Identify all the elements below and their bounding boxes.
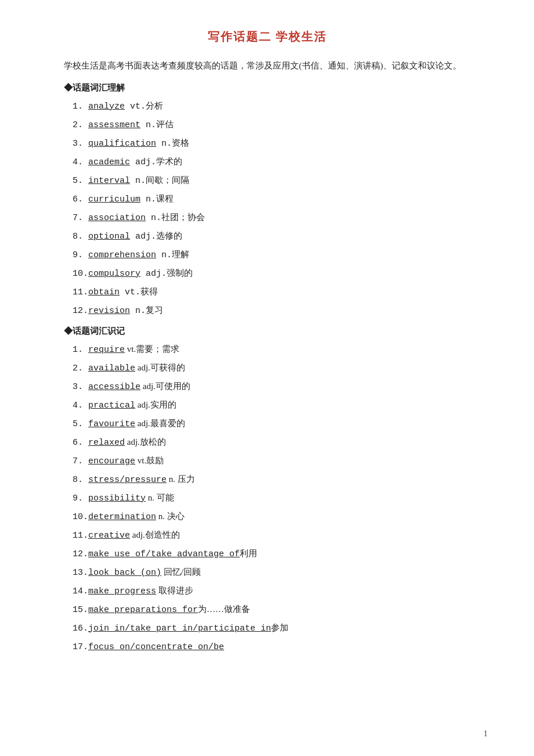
item-rest: 回忆/回顾 [161, 567, 201, 577]
item-rest: adj.创造性的 [130, 530, 180, 539]
item-rest: n. 压力 [167, 474, 195, 484]
list-item: 10.compulsory adj.强制的 [73, 264, 488, 283]
list-item: 8.optional adj.选修的 [73, 227, 488, 246]
item-rest: n. 可能 [146, 493, 174, 502]
list-item: 2.available adj.可获得的 [73, 359, 488, 377]
item-num: 1. [73, 98, 88, 116]
item-num: 4. [73, 397, 88, 415]
item-pos: adj. [130, 232, 156, 242]
item-num: 12. [73, 546, 88, 563]
item-word: focus on/concentrate on/be [88, 642, 224, 652]
item-num: 11. [73, 527, 88, 545]
item-word: relaxed [88, 438, 125, 448]
item-num: 3. [73, 379, 88, 396]
item-pos: adj. [140, 269, 167, 279]
item-word: encourage [88, 456, 135, 466]
item-num: 16. [73, 620, 88, 638]
item-meaning: 间歇；间隔 [146, 175, 189, 185]
item-num: 5. [73, 416, 88, 433]
item-rest: adj.最喜爱的 [135, 419, 185, 428]
item-num: 7. [73, 453, 88, 470]
item-num: 10. [73, 265, 88, 283]
item-word: make progress [88, 586, 156, 596]
list-item: 4.academic adj.学术的 [73, 153, 488, 171]
section2-list: 1.require vt.需要；需求2.available adj.可获得的3.… [73, 340, 488, 656]
item-num: 17. [73, 639, 88, 656]
item-num: 1. [73, 341, 88, 359]
item-word: obtain [88, 287, 120, 297]
item-num: 13. [73, 564, 88, 582]
item-rest: adj.实用的 [135, 400, 176, 409]
item-meaning: 评估 [156, 120, 174, 129]
item-meaning: 课程 [156, 194, 174, 203]
list-item: 4.practical adj.实用的 [73, 396, 488, 415]
item-pos: vt. [125, 102, 146, 111]
list-item: 1.analyze vt.分析 [73, 97, 488, 116]
item-word: favourite [88, 419, 135, 429]
list-item: 16.join in/take part in/participate in参加 [73, 619, 488, 638]
item-num: 7. [73, 210, 88, 227]
item-num: 6. [73, 434, 88, 452]
item-rest: 参加 [271, 623, 288, 632]
item-meaning: 资格 [172, 138, 189, 147]
item-pos: n. [156, 139, 172, 149]
item-word: optional [88, 232, 130, 242]
section1-list: 1.analyze vt.分析2.assessment n.评估3.qualif… [73, 97, 488, 320]
list-item: 7.association n.社团；协会 [73, 208, 488, 227]
item-meaning: 学术的 [156, 157, 182, 166]
item-rest: adj.放松的 [125, 437, 166, 447]
item-rest: n. 决心 [156, 512, 185, 521]
item-word: assessment [88, 120, 140, 130]
list-item: 12.revision n.复习 [73, 301, 488, 320]
list-item: 3.accessible adj.可使用的 [73, 377, 488, 396]
list-item: 6.curriculum n.课程 [73, 190, 488, 208]
item-word: qualification [88, 139, 156, 149]
item-pos: n. [146, 213, 161, 223]
item-word: available [88, 363, 135, 373]
item-word: stress/pressure [88, 475, 167, 485]
list-item: 10.determination n. 决心 [73, 507, 488, 526]
item-word: compulsory [88, 269, 140, 279]
item-num: 9. [73, 490, 88, 507]
list-item: 14.make progress 取得进步 [73, 582, 488, 600]
item-word: require [88, 345, 125, 355]
item-word: academic [88, 157, 130, 167]
list-item: 11.creative adj.创造性的 [73, 526, 488, 545]
item-rest: adj.可获得的 [135, 363, 185, 372]
section1-header: ◆话题词汇理解 [64, 82, 488, 93]
item-num: 10. [73, 509, 88, 526]
list-item: 17.focus on/concentrate on/be [73, 638, 488, 656]
item-meaning: 社团；协会 [161, 213, 205, 222]
item-meaning: 选修的 [156, 231, 182, 240]
list-item: 15.make preparations for为……做准备 [73, 600, 488, 619]
item-num: 11. [73, 284, 88, 301]
item-pos: n. [130, 306, 146, 316]
item-rest: vt.鼓励 [135, 456, 164, 465]
item-num: 12. [73, 303, 88, 320]
list-item: 6.relaxed adj.放松的 [73, 433, 488, 452]
item-num: 2. [73, 117, 88, 134]
item-meaning: 强制的 [167, 268, 193, 278]
item-pos: vt. [120, 287, 140, 297]
list-item: 9.comprehension n.理解 [73, 246, 488, 264]
item-num: 3. [73, 135, 88, 153]
item-pos: n. [156, 250, 172, 260]
list-item: 5.interval n.间歇；间隔 [73, 171, 488, 190]
item-rest: 利用 [240, 549, 257, 558]
list-item: 12.make use of/take advantage of利用 [73, 545, 488, 563]
item-word: determination [88, 512, 156, 522]
item-meaning: 复习 [146, 305, 163, 315]
item-word: join in/take part in/participate in [88, 624, 271, 633]
item-word: creative [88, 531, 130, 541]
item-word: revision [88, 306, 130, 316]
item-meaning: 获得 [140, 287, 158, 296]
item-rest: 取得进步 [156, 586, 193, 595]
list-item: 1.require vt.需要；需求 [73, 340, 488, 359]
item-num: 6. [73, 191, 88, 208]
list-item: 8.stress/pressure n. 压力 [73, 470, 488, 489]
list-item: 11.obtain vt.获得 [73, 283, 488, 301]
list-item: 2.assessment n.评估 [73, 116, 488, 134]
item-word: association [88, 213, 146, 223]
item-word: make preparations for [88, 605, 198, 615]
item-num: 8. [73, 228, 88, 246]
